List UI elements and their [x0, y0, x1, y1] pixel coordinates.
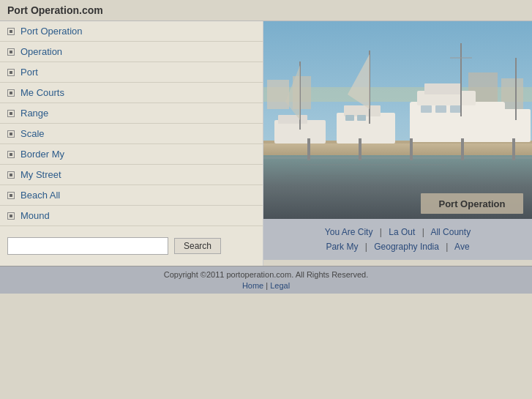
sep-4: | — [446, 242, 448, 252]
sidebar-label-7: My Street — [20, 169, 61, 180]
svg-rect-27 — [278, 115, 307, 124]
footer-links: Home | Legal — [7, 281, 525, 290]
svg-rect-8 — [300, 164, 446, 165]
link-you-are-city[interactable]: You Are City — [325, 227, 373, 237]
sidebar-label-5: Scale — [20, 128, 45, 139]
sidebar-item-8[interactable]: Beach All — [0, 185, 263, 206]
svg-rect-14 — [424, 83, 461, 94]
bullet-icon-0 — [7, 28, 15, 35]
links-area: You Are City | La Out | All County Park … — [263, 219, 532, 260]
sep-3: | — [365, 242, 367, 252]
marina-image: Port Operation — [263, 21, 532, 219]
svg-rect-33 — [359, 138, 361, 160]
bullet-icon-3 — [7, 89, 15, 97]
sidebar-label-9: Mound — [20, 210, 50, 221]
link-la-out[interactable]: La Out — [389, 227, 415, 237]
search-button[interactable]: Search — [174, 238, 221, 254]
svg-text:Port Operation: Port Operation — [438, 198, 505, 209]
sep-2: | — [422, 227, 424, 237]
sidebar-label-3: Me Courts — [20, 87, 64, 98]
svg-rect-34 — [410, 138, 413, 160]
sidebar-item-9[interactable]: Mound — [0, 206, 263, 226]
copyright-text: Copyright ©2011 portoperation.com. All R… — [7, 270, 525, 279]
svg-rect-36 — [512, 138, 515, 160]
svg-rect-15 — [421, 105, 432, 113]
bullet-icon-7 — [7, 171, 15, 179]
sidebar-label-4: Range — [20, 108, 48, 119]
sidebar-item-0[interactable]: Port Operation — [0, 21, 263, 42]
svg-rect-35 — [461, 138, 464, 160]
sidebar-label-0: Port Operation — [20, 26, 83, 37]
sidebar-item-6[interactable]: Border My — [0, 144, 263, 165]
bullet-icon-9 — [7, 212, 15, 220]
site-title: Port Operation.com — [7, 4, 103, 16]
svg-rect-2 — [267, 80, 289, 109]
footer-legal-link[interactable]: Legal — [270, 281, 290, 290]
sep-1: | — [380, 227, 382, 237]
sidebar-item-5[interactable]: Scale — [0, 124, 263, 144]
bullet-icon-6 — [7, 151, 15, 158]
sidebar-label-2: Port — [20, 67, 38, 78]
sidebar-item-2[interactable]: Port — [0, 62, 263, 83]
link-row-1: You Are City | La Out | All County — [271, 225, 525, 239]
svg-rect-32 — [307, 138, 310, 160]
link-geography-india[interactable]: Geography India — [374, 242, 439, 252]
marina-svg: Port Operation — [263, 21, 532, 219]
svg-rect-21 — [344, 105, 381, 116]
site-header: Port Operation.com — [0, 0, 532, 21]
svg-rect-7 — [263, 157, 532, 159]
sidebar-item-7[interactable]: My Street — [0, 165, 263, 185]
sidebar-label-6: Border My — [20, 149, 64, 160]
link-all-county[interactable]: All County — [430, 227, 471, 237]
sidebar-item-3[interactable]: Me Courts — [0, 83, 263, 103]
bullet-icon-8 — [7, 192, 15, 199]
sidebar-item-1[interactable]: Operation — [0, 42, 263, 62]
link-row-2: Park My | Geography India | Ave — [271, 239, 525, 254]
sidebar-label-8: Beach All — [20, 190, 60, 201]
bullet-icon-5 — [7, 130, 15, 138]
bullet-icon-1 — [7, 48, 15, 56]
footer: Copyright ©2011 portoperation.com. All R… — [0, 266, 532, 294]
svg-rect-17 — [450, 105, 461, 113]
svg-rect-9 — [285, 175, 468, 176]
link-ave[interactable]: Ave — [454, 242, 469, 252]
svg-rect-22 — [345, 115, 354, 121]
svg-rect-23 — [357, 115, 366, 121]
search-input[interactable] — [7, 237, 168, 255]
footer-home-link[interactable]: Home — [242, 281, 263, 290]
main-layout: Port Operation Operation Port Me Courts … — [0, 21, 532, 266]
svg-rect-30 — [498, 109, 531, 142]
search-area: Search — [0, 226, 263, 266]
sidebar: Port Operation Operation Port Me Courts … — [0, 21, 263, 266]
bullet-icon-2 — [7, 69, 15, 76]
svg-rect-16 — [435, 105, 446, 113]
link-park-my[interactable]: Park My — [326, 242, 358, 252]
sidebar-label-1: Operation — [20, 46, 62, 57]
bullet-icon-4 — [7, 110, 15, 117]
svg-rect-10 — [263, 142, 532, 155]
sidebar-item-4[interactable]: Range — [0, 103, 263, 124]
right-content: Port Operation You Are City | La Out | A… — [263, 21, 532, 266]
